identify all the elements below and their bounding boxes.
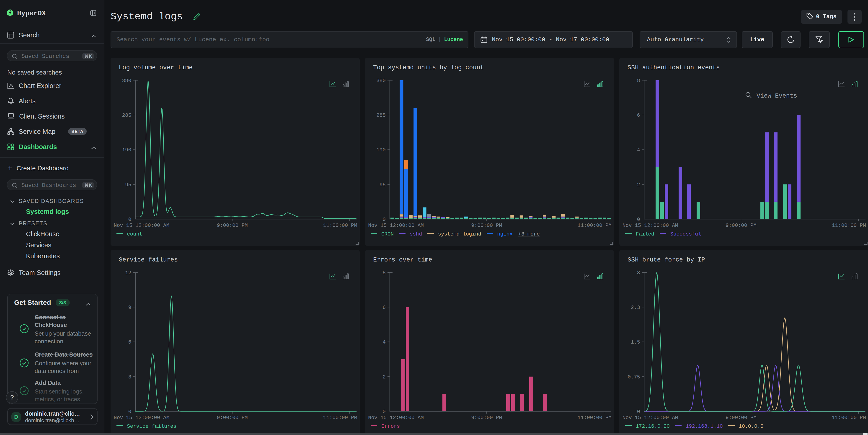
svg-text:380: 380 [122, 78, 131, 84]
svg-text:0.75: 0.75 [628, 374, 640, 380]
svg-text:9:00:00 PM: 9:00:00 PM [217, 415, 248, 421]
svg-text:Nov 15 12:00:00 AM: Nov 15 12:00:00 AM [114, 222, 169, 228]
svg-text:0: 0 [382, 217, 386, 222]
svg-text:11:00:00 PM: 11:00:00 PM [323, 222, 357, 228]
svg-text:6: 6 [637, 113, 640, 118]
svg-text:3: 3 [128, 374, 131, 380]
svg-text:2: 2 [637, 182, 640, 188]
svg-text:6: 6 [382, 305, 386, 311]
svg-text:3: 3 [637, 270, 640, 276]
svg-text:Nov 15 12:00:00 AM: Nov 15 12:00:00 AM [114, 415, 169, 421]
svg-text:11:00:00 PM: 11:00:00 PM [323, 415, 357, 421]
svg-text:0: 0 [637, 409, 640, 415]
svg-text:190: 190 [122, 147, 131, 153]
svg-text:Nov 15 12:00:00 AM: Nov 15 12:00:00 AM [368, 222, 424, 228]
svg-text:190: 190 [376, 147, 386, 153]
svg-text:6: 6 [128, 339, 131, 345]
svg-text:9:00:00 PM: 9:00:00 PM [725, 415, 756, 421]
svg-text:11:00:00 PM: 11:00:00 PM [578, 222, 612, 228]
svg-text:Nov 15 12:00:00 AM: Nov 15 12:00:00 AM [622, 415, 678, 421]
svg-text:Nov 15 12:00:00 AM: Nov 15 12:00:00 AM [622, 222, 678, 228]
svg-text:0: 0 [637, 217, 640, 222]
svg-text:11:00:00 PM: 11:00:00 PM [832, 415, 866, 421]
svg-text:380: 380 [376, 78, 386, 84]
svg-text:11:00:00 PM: 11:00:00 PM [578, 415, 612, 421]
svg-text:0: 0 [128, 217, 131, 222]
svg-text:1.5: 1.5 [631, 339, 640, 345]
svg-text:Nov 15 12:00:00 AM: Nov 15 12:00:00 AM [368, 415, 424, 421]
svg-text:9:00:00 PM: 9:00:00 PM [217, 222, 248, 228]
svg-text:2: 2 [382, 374, 386, 380]
svg-text:285: 285 [122, 113, 131, 118]
svg-text:9:00:00 PM: 9:00:00 PM [471, 222, 502, 228]
svg-text:8: 8 [382, 270, 386, 276]
svg-text:9:00:00 PM: 9:00:00 PM [725, 222, 756, 228]
svg-text:2.3: 2.3 [631, 305, 640, 311]
svg-text:95: 95 [125, 182, 131, 188]
svg-text:11:00:00 PM: 11:00:00 PM [832, 222, 866, 228]
svg-text:0: 0 [128, 409, 131, 415]
svg-text:95: 95 [379, 182, 386, 188]
svg-text:4: 4 [637, 147, 640, 153]
svg-text:0: 0 [382, 409, 386, 415]
svg-text:8: 8 [637, 78, 640, 84]
svg-text:12: 12 [125, 270, 131, 276]
svg-text:9: 9 [128, 305, 131, 311]
svg-text:9:00:00 PM: 9:00:00 PM [471, 415, 502, 421]
svg-text:4: 4 [382, 339, 386, 345]
svg-text:285: 285 [376, 113, 386, 118]
